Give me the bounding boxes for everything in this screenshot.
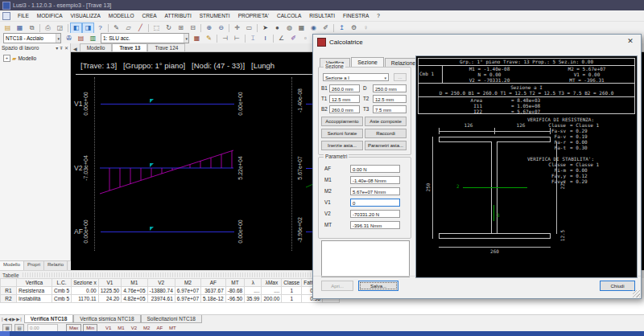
sheet-tab-verifica-sismica-ntc18[interactable]: Verifica sismica NTC18 bbox=[73, 315, 140, 323]
fit-view-icon[interactable]: ▭ bbox=[243, 23, 255, 34]
corner-header[interactable] bbox=[1, 279, 17, 287]
param-field-v2[interactable]: -70331.20 N bbox=[350, 210, 400, 218]
expand-icon[interactable]: + bbox=[3, 55, 10, 62]
component-toggle-m1[interactable]: M1 bbox=[118, 326, 124, 330]
chiudi-button[interactable]: Chiudi bbox=[600, 281, 635, 291]
aste-composte-button[interactable]: Aste composte bbox=[365, 117, 407, 126]
section-type-combo[interactable]: Sezione a I ▾ bbox=[323, 73, 389, 81]
load-table-icon[interactable]: ▦ bbox=[191, 33, 203, 44]
menu-attributi[interactable]: ATTRIBUTI bbox=[161, 13, 196, 18]
param-field-mt[interactable]: -396.31 Nmm bbox=[350, 221, 400, 229]
load-edit-icon[interactable]: ✎ bbox=[203, 33, 215, 44]
profile-icon[interactable]: I bbox=[259, 33, 271, 44]
menu-risultati[interactable]: RISULTATI bbox=[305, 13, 339, 18]
menu-modifica[interactable]: MODIFICA bbox=[33, 13, 67, 18]
empty-list-box[interactable] bbox=[321, 240, 410, 277]
table-row[interactable]: R1ResistenzaCmb 50.001225.504.76e+05-138… bbox=[1, 287, 340, 295]
cell-sezione-x[interactable]: 1170.11 bbox=[72, 295, 99, 303]
menu-proprieta[interactable]: PROPRIETA' bbox=[234, 13, 273, 18]
menu-calcola[interactable]: CALCOLA bbox=[273, 13, 305, 18]
section-x-input[interactable]: 0.00 bbox=[27, 324, 58, 332]
section-more-button[interactable]: ... bbox=[394, 73, 407, 81]
max-button[interactable]: Max bbox=[66, 324, 81, 332]
cell-max[interactable]: 200.00 bbox=[262, 295, 282, 303]
sheet-nav-icons[interactable]: |◀◀▶▶| bbox=[0, 315, 24, 322]
erase-icon[interactable]: ╱ bbox=[134, 23, 147, 34]
chevron-down-icon[interactable]: ▾ bbox=[184, 34, 188, 43]
col-header-classe[interactable]: Classe bbox=[282, 279, 302, 287]
document-icon[interactable] bbox=[2, 12, 10, 20]
open-icon[interactable]: ▤ bbox=[2, 23, 14, 34]
local-axes-icon[interactable]: ∠ bbox=[275, 33, 287, 44]
regen-icon[interactable]: ↻ bbox=[163, 23, 175, 34]
salva-button[interactable]: Salva... bbox=[358, 281, 398, 291]
param-field-m1[interactable]: -1.40e-08 Nmm bbox=[350, 176, 400, 184]
field-d[interactable]: 250.0 mm bbox=[373, 84, 407, 92]
zoom-in-icon[interactable]: ⊕ bbox=[203, 23, 215, 34]
param-field-m2[interactable]: 5.67e+07 Nmm bbox=[350, 187, 400, 195]
norm-tools-icon[interactable]: ✇ bbox=[63, 33, 75, 44]
dialog-title-bar[interactable]: Calcolatrice bbox=[313, 35, 641, 49]
close-icon[interactable]: ✕ bbox=[64, 45, 68, 51]
param-field-af[interactable]: 0.00 N bbox=[350, 165, 400, 173]
field-t1[interactable]: 12.5 mm bbox=[329, 95, 360, 103]
mesh-icon[interactable]: ▦ bbox=[295, 23, 308, 34]
table-grid-icon[interactable]: ▦ bbox=[2, 324, 12, 332]
annotate-icon[interactable]: ✐ bbox=[320, 23, 332, 34]
sphere-icon[interactable]: ● bbox=[271, 23, 283, 34]
field-t3[interactable]: 7.5 mm bbox=[373, 105, 407, 113]
pen-attr-icon[interactable]: ✐ bbox=[287, 33, 299, 44]
param-field-v1[interactable]: 0 bbox=[350, 199, 400, 207]
cell-item[interactable]: 35.99 bbox=[245, 295, 262, 303]
cell-v1[interactable]: 24.20 bbox=[98, 295, 122, 303]
extend-icon[interactable]: ⊞ bbox=[175, 23, 187, 34]
menu-crea[interactable]: CREA bbox=[138, 13, 161, 18]
cell-m2[interactable]: 6.97e+07 bbox=[175, 287, 200, 295]
sheet-tab-sollecitazioni-ntc18[interactable]: Sollecitazioni NTC18 bbox=[141, 315, 202, 323]
doc-tab-trave-124[interactable]: Trave 124 bbox=[147, 43, 185, 51]
shrink-icon[interactable]: ⊟ bbox=[187, 23, 199, 34]
col-header-sezione-x[interactable]: Sezione x bbox=[72, 279, 99, 287]
sheet-nav-icon[interactable]: ▶| bbox=[16, 317, 23, 322]
col-header-m1[interactable]: M1 bbox=[122, 279, 147, 287]
cell-l-c[interactable]: Cmb 5 bbox=[52, 287, 72, 295]
component-toggle-mt[interactable]: MT bbox=[169, 326, 176, 330]
col-header-v1[interactable]: V1 bbox=[98, 279, 122, 287]
field-t2[interactable]: 12.5 mm bbox=[373, 95, 407, 103]
dialog-close-icon[interactable]: ✕ bbox=[625, 37, 636, 45]
shaded-view-icon[interactable]: ◍ bbox=[283, 23, 295, 34]
cell-af[interactable]: 3637.67 bbox=[201, 287, 226, 295]
component-toggle-v1[interactable]: V1 bbox=[105, 326, 111, 330]
release-end-icon[interactable]: ⊢ bbox=[231, 33, 243, 44]
check-book-icon[interactable]: ▤ bbox=[75, 33, 87, 44]
apri-button[interactable]: Apri... bbox=[321, 281, 353, 291]
print-icon[interactable]: ⎙ bbox=[42, 23, 54, 34]
chart-icon[interactable]: ▤ bbox=[14, 324, 24, 332]
sheet-nav-icon[interactable]: |◀ bbox=[2, 317, 8, 322]
col-header-mt[interactable]: MT bbox=[225, 279, 244, 287]
cell-v1[interactable]: 1225.50 bbox=[98, 287, 122, 295]
col-header-l-c[interactable]: L.C. bbox=[52, 279, 72, 287]
window-split-icon[interactable]: ◧ bbox=[70, 23, 82, 34]
doc-tab-modello[interactable]: Modello bbox=[80, 43, 113, 51]
cell-max[interactable]: .... bbox=[262, 287, 282, 295]
col-header-m2[interactable]: M2 bbox=[175, 279, 200, 287]
start-button[interactable] bbox=[0, 331, 10, 336]
min-button[interactable]: Min bbox=[83, 324, 97, 332]
col-header-af[interactable]: AF bbox=[201, 279, 226, 287]
beam-section-icon[interactable]: ⌶ bbox=[247, 33, 259, 44]
settings-gear-icon[interactable]: ⚙ bbox=[348, 23, 360, 34]
doc-tab-trave-13[interactable]: Trave 13 bbox=[112, 43, 147, 51]
cell-af[interactable]: 5.18e-12 bbox=[201, 295, 226, 303]
release-start-icon[interactable]: ⊣ bbox=[219, 33, 231, 44]
menu-visualizza[interactable]: VISUALIZZA bbox=[67, 13, 105, 18]
chevron-down-icon[interactable]: ▾ bbox=[56, 34, 60, 43]
field-b2[interactable]: 260.0 mm bbox=[329, 105, 360, 113]
accoppiamento-button[interactable]: Accoppiamento bbox=[321, 117, 363, 126]
load-case-combo[interactable]: 1: SLU acc.▾ bbox=[101, 33, 189, 43]
menu-finestra[interactable]: FINESTRA bbox=[339, 13, 373, 18]
cell-verifica[interactable]: Resistenza bbox=[17, 287, 52, 295]
context-help-icon[interactable]: ? bbox=[94, 23, 106, 34]
pencil-icon[interactable]: ✎ bbox=[110, 23, 122, 34]
cell-item[interactable]: .... bbox=[245, 287, 262, 295]
